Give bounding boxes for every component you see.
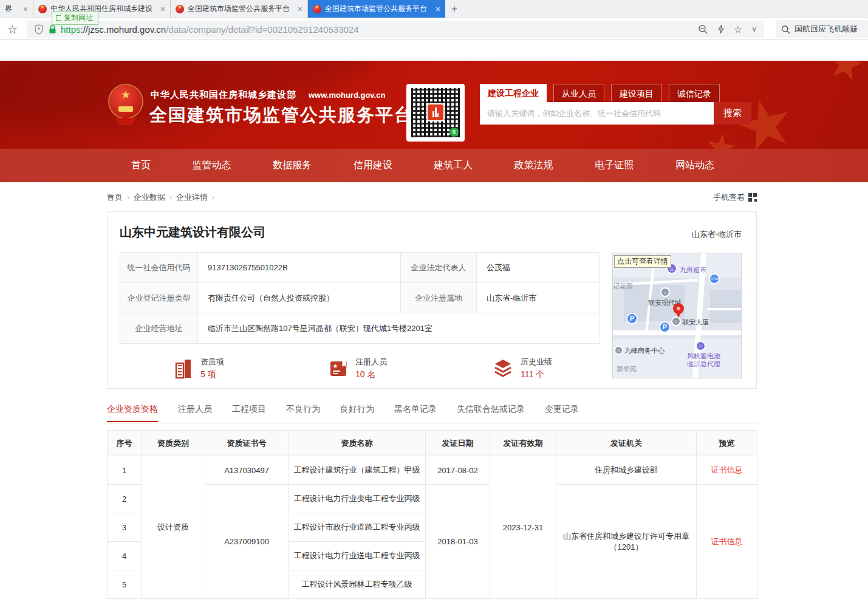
close-icon[interactable]: × [298,4,302,14]
browser-tab-0[interactable]: 界 × [0,0,33,18]
search-row: 搜索 [480,102,751,125]
nav-item-credit[interactable]: 信用建设 [354,159,392,172]
svg-text:★: ★ [333,363,338,369]
url-path: /data/company/detail?id=0021052912405330… [166,24,358,35]
tab-dishonesty[interactable]: 失信联合惩戒记录 [457,404,525,421]
nav-item-data-service[interactable]: 数据服务 [273,159,312,172]
certificate-info-link[interactable]: 证书信息 [711,537,743,546]
map-tooltip: 点击可查看详情 [614,255,671,268]
stat-qualifications[interactable]: 资质项 5 项 [174,357,224,380]
col-header-authority: 发证机关 [556,431,697,456]
search-icon [781,25,790,34]
address-field[interactable]: https://jzsc.mohurd.gov.cn/data/company/… [27,21,764,38]
breadcrumb-home[interactable]: 首页 [107,192,123,203]
field-value-reg-type: 有限责任公司（自然人投资或控股） [198,283,401,313]
qr-center-logo-icon [426,103,445,121]
mobile-view-link[interactable]: 手机查看 [713,192,757,203]
tab-good-behavior[interactable]: 良好行为 [340,404,374,421]
close-icon[interactable]: × [23,4,28,14]
browser-tab-active[interactable]: 全国建筑市场监管公共服务平台 × [308,0,445,18]
search-tab-project[interactable]: 建设项目 [611,84,662,102]
cell-qual-name: 工程设计风景园林工程专项乙级 [289,570,426,599]
lightning-icon[interactable] [717,24,725,34]
cell-issue-date: 2018-01-03 [426,485,490,599]
browser-tab-bar: 界 × 中华人民共和国住房和城乡建设 × 全国建筑市场监管公共服务平台 × 全国… [0,0,868,18]
breadcrumb-separator: › [212,193,214,202]
cell-qual-name: 工程设计建筑行业（建筑工程）甲级 [289,456,426,485]
tab-qualifications[interactable]: 企业资质资格 [107,404,158,422]
breadcrumb-company-detail[interactable]: 企业详情 [176,192,208,203]
bookmark-page-star-icon[interactable]: ☆ [734,24,742,35]
location-map[interactable]: 点击可查看详情 ⌂ 九州超市 ATM 记花园 ⌂ 联安现代城 P P ⌂ 联安大… [612,253,742,378]
nav-item-license[interactable]: 电子证照 [595,159,634,172]
field-value-credit-code: 91371302675501022B [198,253,401,283]
company-summary-card: 山东中元建筑设计有限公司 山东省-临沂市 统一社会信用代码 9137130267… [107,211,757,389]
nav-item-home[interactable]: 首页 [131,159,151,172]
map-block [710,290,742,323]
site-header: ★ ★ ★ ★ 中华人民共和国住房和城乡建设部www.mohurd.gov.cn… [0,61,868,149]
col-header-issue-date: 发证日期 [426,431,490,456]
close-icon[interactable]: × [160,4,165,14]
keyword-search-input[interactable] [480,102,714,125]
tab-blacklist[interactable]: 黑名单记录 [394,404,437,421]
cell-qual-name: 工程设计电力行业变电工程专业丙级 [289,485,426,513]
tab-projects[interactable]: 工程项目 [232,404,266,421]
company-region: 山东省-临沂市 [692,229,742,240]
quick-search-text: 国航回应飞机颠簸 [795,24,858,35]
tab-bad-behavior[interactable]: 不良行为 [286,404,320,421]
breadcrumb-company-data[interactable]: 企业数据 [134,192,165,203]
cell-preview: 证书信息 [697,456,757,485]
search-button[interactable]: 搜索 [714,102,751,125]
search-tab-credit[interactable]: 诚信记录 [669,84,720,102]
battery-marker-icon: ⌂ [695,341,706,351]
url-host: ://jzsc.mohurd.gov.cn [81,24,166,35]
breadcrumb-separator: › [169,193,172,202]
table-header-row: 序号 资质类别 资质证书号 资质名称 发证日期 发证有效期 发证机关 预览 [108,431,757,456]
building-icon [174,358,193,379]
nav-item-supervision[interactable]: 监管动态 [193,159,231,172]
stat-label: 资质项 [200,357,224,367]
stat-value: 5 项 [200,369,224,380]
cell-no: 5 [108,570,142,599]
search-tab-personnel[interactable]: 从业人员 [553,84,604,102]
quick-search-widget[interactable]: 国航回应飞机颠簸 [776,20,868,38]
company-location-pin [673,303,684,314]
tab-registered-personnel[interactable]: 注册人员 [178,404,212,421]
new-tab-button[interactable]: + [445,0,463,18]
stat-registered-personnel[interactable]: ★ 注册人员 10 名 [329,357,387,380]
map-road [707,308,742,310]
wechat-miniprogram-icon: S [449,128,459,137]
cell-issue-date: 2017-08-02 [426,456,490,485]
tab-change-records[interactable]: 变更记录 [545,404,579,421]
atm-marker-icon: ATM [709,273,720,284]
cell-preview: 证书信息 [697,485,757,599]
zoom-out-icon[interactable] [698,24,708,35]
cell-authority: 山东省住房和城乡建设厅许可专用章 （1201） [556,485,697,599]
close-icon[interactable]: × [436,4,440,14]
parking-marker-icon: P [626,313,638,324]
building-marker-icon: ⌂ [660,287,670,297]
table-row: 企业登记注册类型 有限责任公司（自然人投资或控股） 企业注册属地 山东省-临沂市 [120,283,600,313]
tab-title: 全国建筑市场监管公共服务平台 [325,4,427,14]
cell-no: 4 [108,542,142,570]
certificate-info-link[interactable]: 证书信息 [711,465,743,474]
header-search-module: 建设工程企业 从业人员 建设项目 诚信记录 搜索 [480,84,751,125]
national-emblem-icon: ★ [109,85,142,118]
page: 界 × 中华人民共和国住房和城乡建设 × 全国建筑市场监管公共服务平台 × 全国… [0,0,868,605]
browser-tab-2[interactable]: 全国建筑市场监管公共服务平台 × [171,0,308,18]
stat-history-performance[interactable]: 历史业绩 111 个 [493,357,552,380]
nav-item-policy[interactable]: 政策法规 [514,159,553,172]
nav-item-workers[interactable]: 建筑工人 [434,159,473,172]
cell-qual-name: 工程设计电力行业送电工程专业丙级 [289,542,426,570]
bookmark-star-icon[interactable]: ☆ [7,22,18,36]
search-tab-enterprise[interactable]: 建设工程企业 [480,84,547,102]
stat-value: 10 名 [355,369,387,380]
field-value-address: 临沂市兰山区陶然路107号星河晶都（联安）现代城1号楼2201室 [198,313,600,344]
nav-item-news[interactable]: 网站动态 [675,159,714,172]
col-header-no: 序号 [108,431,142,456]
lock-icon [49,25,56,34]
field-label-reg-place: 企业注册属地 [401,283,477,313]
emblem-favicon-icon [176,5,184,13]
chevron-down-icon[interactable]: ∨ [751,25,757,33]
shield-permission-icon[interactable] [34,24,44,35]
